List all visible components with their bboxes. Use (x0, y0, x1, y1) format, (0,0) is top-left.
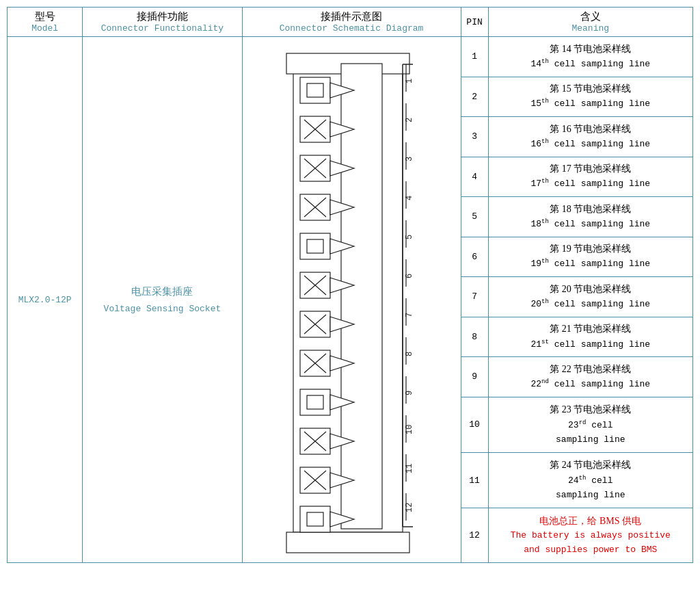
table-row: MLX2.0-12P电压采集插座Voltage Sensing Socket .… (8, 37, 693, 77)
meaning-cell: 电池总正，给 BMS 供电 The battery is always posi… (488, 508, 692, 563)
col1-zh: 型号 (12, 10, 78, 23)
meaning-cell: 第 21 节电池采样线 21st cell sampling line (488, 317, 692, 357)
svg-text:3: 3 (405, 157, 414, 161)
col3-en: Connector Schematic Diagram (247, 23, 457, 34)
col3-zh: 接插件示意图 (247, 10, 457, 23)
pin-cell: 2 (461, 77, 488, 117)
meaning-cell: 第 15 节电池采样线 15th cell sampling line (488, 77, 692, 117)
pin-cell: 3 (461, 117, 488, 157)
pin-cell: 7 (461, 277, 488, 317)
meaning-cell: 第 22 节电池采样线 22nd cell sampling line (488, 357, 692, 397)
pin-cell: 6 (461, 237, 488, 277)
pin-cell: 1 (461, 37, 488, 77)
svg-rect-3 (341, 64, 382, 529)
svg-text:4: 4 (405, 196, 414, 200)
meaning-cell: 第 17 节电池采样线 17th cell sampling line (488, 157, 692, 197)
function-cell: 电压采集插座Voltage Sensing Socket (83, 37, 242, 563)
svg-text:10: 10 (405, 425, 414, 434)
meaning-cell: 第 20 节电池采样线 20th cell sampling line (488, 277, 692, 317)
pin-cell: 11 (461, 452, 488, 508)
pin-cell: 8 (461, 317, 488, 357)
model-cell: MLX2.0-12P (8, 37, 83, 563)
pin-cell: 9 (461, 357, 488, 397)
col-pin-header: PIN (461, 8, 488, 37)
col2-en: Connector Functionality (87, 23, 237, 34)
col4-zh: PIN (466, 17, 482, 27)
pin-cell: 4 (461, 157, 488, 197)
col-model-header: 型号 Model (8, 8, 83, 37)
svg-text:7: 7 (405, 313, 414, 317)
col1-en: Model (12, 23, 78, 34)
svg-text:5: 5 (405, 235, 414, 239)
meaning-cell: 第 16 节电池采样线 16th cell sampling line (488, 117, 692, 157)
pin-cell: 12 (461, 508, 488, 563)
col-meaning-header: 含义 Meaning (488, 8, 692, 37)
col5-zh: 含义 (493, 10, 688, 23)
svg-text:11: 11 (405, 464, 414, 473)
svg-text:12: 12 (405, 503, 414, 512)
main-table: 型号 Model 接插件功能 Connector Functionality 接… (7, 7, 693, 563)
header-row: 型号 Model 接插件功能 Connector Functionality 接… (8, 8, 693, 37)
svg-text:2: 2 (405, 118, 414, 122)
pin-cell: 5 (461, 197, 488, 237)
col-diagram-header: 接插件示意图 Connector Schematic Diagram (242, 8, 461, 37)
svg-rect-5 (307, 83, 323, 97)
meaning-cell: 第 14 节电池采样线 14th cell sampling line (488, 37, 692, 77)
col-func-header: 接插件功能 Connector Functionality (83, 8, 242, 37)
pin-cell: 10 (461, 397, 488, 452)
meaning-cell: 第 23 节电池采样线 23rd cell sampling line (488, 397, 692, 452)
col5-en: Meaning (493, 23, 688, 34)
svg-text:6: 6 (405, 274, 414, 278)
meaning-cell: 第 24 节电池采样线 24th cell sampling line (488, 452, 692, 508)
svg-text:1: 1 (405, 79, 414, 83)
svg-text:9: 9 (405, 391, 414, 395)
meaning-cell: 第 18 节电池采样线 18th cell sampling line (488, 197, 692, 237)
table-body: MLX2.0-12P电压采集插座Voltage Sensing Socket .… (8, 37, 693, 563)
svg-rect-35 (307, 395, 323, 409)
svg-text:8: 8 (405, 352, 414, 356)
page: 型号 Model 接插件功能 Connector Functionality 接… (0, 0, 700, 615)
diagram-cell: .diag { stroke: #222; stroke-width: 1.5;… (242, 37, 461, 563)
svg-rect-20 (307, 239, 323, 253)
svg-rect-46 (307, 512, 323, 526)
meaning-cell: 第 19 节电池采样线 19th cell sampling line (488, 237, 692, 277)
col2-zh: 接插件功能 (87, 10, 237, 23)
svg-rect-2 (286, 532, 409, 553)
